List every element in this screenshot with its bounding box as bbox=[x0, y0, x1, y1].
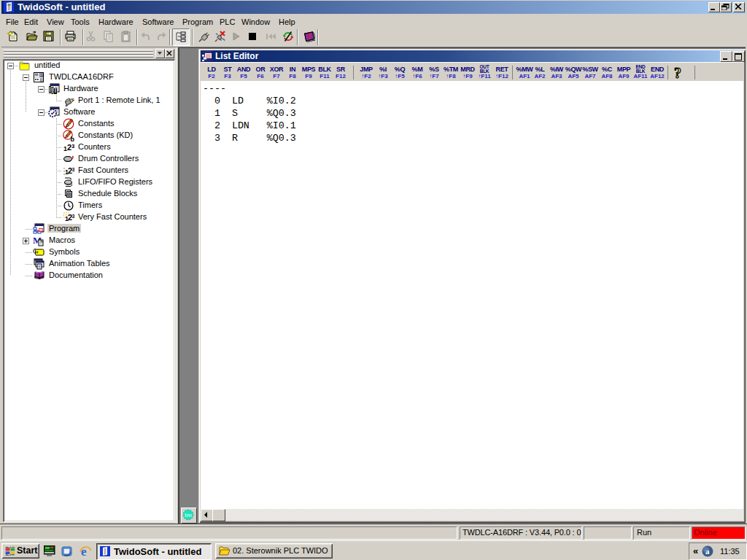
svg-text:3: 3 bbox=[72, 166, 75, 173]
svg-text:3: 3 bbox=[72, 213, 75, 219]
svg-text:b: b bbox=[71, 136, 75, 142]
svg-text:3: 3 bbox=[71, 143, 74, 149]
svg-text:tm: tm bbox=[185, 512, 192, 518]
svg-text:a: a bbox=[705, 547, 710, 556]
svg-text:?: ? bbox=[674, 66, 681, 81]
